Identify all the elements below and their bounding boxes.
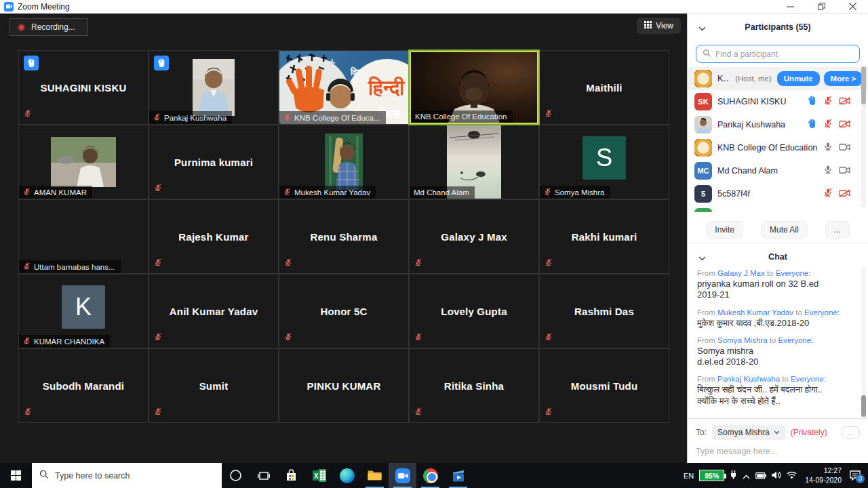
avatar: [694, 208, 712, 212]
video-tile-ritika-sinha[interactable]: Ritika Sinha: [410, 349, 538, 422]
video-tile-rajesh-kumar[interactable]: Rajesh Kumar: [149, 200, 278, 273]
more-button[interactable]: More >: [824, 71, 863, 86]
taskbar-search-input[interactable]: [55, 471, 214, 481]
message-sender[interactable]: Somya Mishra: [717, 336, 768, 344]
participant-row-knb[interactable]: KNB...(Host, me)UnmuteMore >: [688, 67, 868, 90]
invite-button[interactable]: Invite: [706, 221, 743, 239]
chrome-icon[interactable]: [416, 463, 444, 488]
cortana-button[interactable]: [222, 463, 250, 488]
participant-row-knb-college-of-education[interactable]: KNB College Of Education: [688, 136, 868, 159]
chat-scrollbar-thumb[interactable]: [861, 395, 866, 417]
video-tile-maithili[interactable]: Maithili: [540, 51, 669, 124]
video-tile-pinku-kumar[interactable]: PINKU KUMAR: [279, 349, 408, 422]
video-tile-knb-college-of-education[interactable]: KNB College Of Education: [410, 51, 538, 124]
video-tile-somya-mishra[interactable]: SSomya Mishra: [540, 125, 669, 199]
chat-message-input[interactable]: [696, 447, 860, 456]
mute-all-button[interactable]: Mute All: [761, 221, 808, 239]
language-indicator[interactable]: EN: [684, 472, 694, 480]
video-tile-rakhi-kumari[interactable]: Rakhi kumari: [540, 200, 669, 273]
participant-name: KNB College Of Education: [415, 113, 507, 121]
close-button[interactable]: [837, 0, 868, 13]
wifi-icon[interactable]: [787, 470, 797, 482]
task-view-button[interactable]: [250, 463, 277, 488]
message-recipient[interactable]: Everyone:: [791, 375, 826, 383]
participants-scrollbar[interactable]: [861, 66, 866, 207]
chevron-down-icon[interactable]: [698, 251, 706, 264]
notification-badge: 3: [856, 474, 865, 483]
participant-name: Pankaj Kushwaha: [164, 114, 226, 122]
mic-icon[interactable]: [823, 165, 833, 177]
mic-muted-icon[interactable]: [823, 96, 833, 108]
chat-more-button[interactable]: ...: [842, 426, 860, 439]
video-tile-kumar-chandika[interactable]: KKUMAR CHANDIKA: [19, 274, 148, 348]
chat-scrollbar[interactable]: [861, 266, 866, 418]
video-tile-knb-college-of-educa[interactable]: विश्व हिन्दी दिवस KNB College Of Educa..…: [279, 51, 408, 124]
message-sender[interactable]: Mukesh Kumar Yadav: [717, 308, 793, 317]
participant-search-input[interactable]: [715, 49, 853, 59]
camera-off-icon[interactable]: [839, 119, 850, 131]
video-tile-pankaj-kushwaha[interactable]: Pankaj Kushwaha: [149, 51, 278, 124]
participants-more-button[interactable]: ...: [825, 221, 850, 239]
video-tile-rashmi-das[interactable]: Rashmi Das: [540, 274, 669, 348]
mic-icon[interactable]: [823, 142, 833, 154]
muted-mic-icon: [545, 406, 553, 418]
taskbar-search[interactable]: [32, 463, 222, 488]
participant-row-md-chand-alam[interactable]: MCMd Chand Alam: [688, 159, 868, 182]
movies-tv-icon[interactable]: [444, 463, 472, 488]
video-tile-subodh-marandi[interactable]: Subodh Marandi: [19, 349, 148, 422]
video-tile-aman-kumar[interactable]: AMAN KUMAR: [19, 125, 148, 199]
participant-row-5c587f4f[interactable]: 55c587f4f: [688, 182, 868, 205]
mic-muted-icon[interactable]: [823, 119, 833, 131]
video-tile-honor-5c[interactable]: Honor 5C: [279, 274, 408, 348]
tray-expand-chevron-icon[interactable]: [743, 470, 750, 482]
video-tile-md-chand-alam[interactable]: Md Chand Alam: [410, 125, 538, 199]
view-button[interactable]: View: [637, 18, 681, 34]
video-tile-sumit[interactable]: Sumit: [149, 349, 278, 422]
message-sender[interactable]: Galaxy J Max: [717, 269, 765, 277]
video-tile-lovely-gupta[interactable]: Lovely Gupta: [410, 274, 538, 348]
video-tile-renu-sharma[interactable]: Renu Sharma: [279, 200, 408, 273]
participant-row-suhagini-kisku[interactable]: SKSUHAGINI KISKU: [688, 90, 868, 113]
minimize-button[interactable]: [774, 0, 806, 13]
muted-mic-icon: [544, 188, 551, 197]
video-tile-galaxy-j-max[interactable]: Galaxy J Max: [410, 200, 538, 273]
message-recipient[interactable]: Everyone:: [804, 308, 840, 317]
mic-muted-icon[interactable]: [823, 188, 833, 200]
muted-mic-icon: [414, 406, 422, 418]
file-explorer-icon[interactable]: [361, 463, 389, 488]
video-tile-mukesh-kumar-yadav[interactable]: Mukesh Kumar Yadav: [279, 125, 408, 199]
action-center-icon[interactable]: 3: [850, 470, 861, 481]
participant-search[interactable]: [696, 45, 860, 63]
camera-icon[interactable]: [839, 142, 850, 154]
message-sender[interactable]: Pankaj Kushwaha: [717, 375, 780, 383]
camera-off-icon[interactable]: [839, 96, 850, 108]
camera-icon[interactable]: [839, 165, 850, 177]
video-tile-anil-kumar-yadav[interactable]: Anil Kumar Yadav: [149, 274, 278, 348]
store-icon[interactable]: [277, 463, 305, 488]
battery-icon[interactable]: [755, 470, 766, 482]
video-tile-suhagini-kisku[interactable]: SUHAGINI KISKU: [19, 51, 148, 124]
participants-scrollbar-thumb[interactable]: [861, 66, 866, 104]
camera-off-icon[interactable]: [839, 188, 850, 200]
battery-percentage[interactable]: 95%: [699, 470, 724, 481]
start-button[interactable]: [0, 463, 32, 488]
excel-icon[interactable]: X: [305, 463, 333, 488]
recipient-dropdown[interactable]: Somya Mishra: [712, 425, 785, 440]
participant-row-pankaj-kushwaha[interactable]: Pankaj Kushwaha: [688, 113, 868, 136]
zoom-taskbar-icon[interactable]: [389, 463, 416, 488]
taskbar-clock[interactable]: 12:27 14-09-2020: [802, 466, 842, 485]
speaker-icon[interactable]: [772, 470, 781, 482]
participant-row-row[interactable]: [688, 205, 868, 212]
video-tile-mousmi-tudu[interactable]: Mousmi Tudu: [540, 349, 669, 422]
message-recipient[interactable]: Everyone:: [776, 269, 811, 277]
recording-indicator[interactable]: Recording...: [9, 18, 88, 36]
video-tile-purnima-kumari[interactable]: Purnima kumari: [149, 125, 278, 199]
muted-mic-icon: [23, 188, 31, 197]
unmute-button[interactable]: Unmute: [777, 71, 820, 86]
video-tile-uttam-barnabas-hans[interactable]: Uttam barnabas hans...: [19, 200, 148, 273]
message-recipient[interactable]: Everyone:: [778, 336, 814, 344]
message-text: priyanka kumari roll on 32 B.ed2019-21: [697, 279, 854, 301]
edge-icon[interactable]: [333, 463, 361, 488]
chevron-down-icon[interactable]: [698, 22, 706, 34]
restore-button[interactable]: [806, 0, 837, 13]
